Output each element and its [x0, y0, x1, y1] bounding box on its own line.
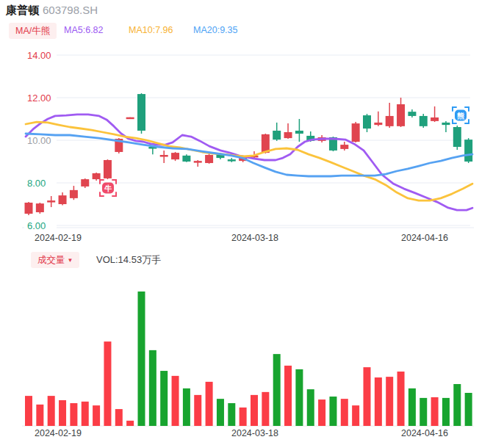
volume-bar	[318, 399, 325, 426]
volume-bar	[352, 405, 359, 426]
volume-bar	[262, 392, 269, 426]
volume-bar	[251, 395, 258, 426]
candle-body	[408, 112, 416, 116]
price-tick-label: 14.00	[27, 50, 51, 61]
candle-body	[420, 116, 428, 126]
marker-corner-bracket	[465, 107, 469, 111]
volume-bar	[138, 292, 145, 426]
volume-bar	[25, 396, 32, 426]
candle-body	[228, 159, 236, 162]
volume-chart-canvas[interactable]: 2024-02-192024-03-182024-04-16	[0, 272, 504, 445]
volume-bar	[442, 398, 450, 426]
candle-body	[93, 173, 101, 179]
candle-body	[182, 156, 190, 162]
volume-bar	[375, 377, 382, 426]
stock-name: 康普顿	[6, 4, 39, 18]
ma20-value: MA20:9.35	[193, 25, 237, 35]
volume-bar	[183, 388, 190, 426]
volume-bar	[273, 354, 281, 426]
price-date-labels: 2024-02-192024-03-182024-04-16	[35, 233, 448, 243]
marker-corner-bracket	[453, 120, 456, 123]
volume-bar	[126, 421, 134, 426]
price-gridlines	[22, 55, 474, 228]
candle-body	[374, 123, 382, 125]
date-label: 2024-03-18	[231, 428, 278, 438]
volume-bars	[25, 292, 472, 426]
marker-corner-bracket	[100, 192, 104, 196]
candle-body	[126, 117, 134, 120]
volume-bar	[408, 388, 416, 426]
ma5-line	[26, 115, 472, 210]
candle-body	[194, 161, 202, 163]
candle-body	[104, 160, 112, 178]
volume-bar	[160, 371, 168, 426]
volume-indicator-label: 成交量	[37, 255, 65, 265]
volume-bar	[115, 409, 123, 426]
candle-body	[171, 153, 179, 159]
volume-bar	[240, 408, 247, 426]
candle-body	[453, 127, 461, 147]
volume-bar	[93, 405, 100, 426]
stock-code: 603798.SH	[43, 4, 98, 16]
date-label: 2024-02-19	[35, 233, 82, 243]
volume-bar	[149, 350, 156, 426]
bull-marker[interactable]: 牛	[100, 180, 116, 196]
candle-body	[464, 140, 472, 162]
volume-bar	[48, 396, 55, 426]
candle-body	[397, 104, 405, 126]
candle-body	[137, 94, 145, 131]
ma-lines	[26, 115, 472, 210]
candle-body	[386, 116, 394, 126]
price-chart-canvas[interactable]: 14.0012.0010.008.006.002024-02-192024-03…	[0, 44, 504, 250]
ma-bullbear-toggle-button[interactable]: MA/牛熊	[9, 23, 57, 39]
candle-body	[363, 115, 371, 129]
volume-bar	[217, 399, 224, 426]
volume-bar	[341, 399, 348, 426]
price-tick-label: 10.00	[27, 135, 51, 146]
bull-char: 牛	[104, 184, 112, 192]
volume-bar	[36, 405, 43, 426]
volume-bar	[104, 341, 111, 426]
date-label: 2024-04-16	[401, 233, 448, 243]
volume-header-row: 成交量▼ VOL:14.53万手	[0, 250, 504, 269]
volume-bar	[386, 377, 393, 426]
candle-body	[205, 155, 213, 163]
volume-bar	[431, 397, 439, 426]
candle-body	[340, 145, 348, 149]
chevron-down-icon: ▼	[68, 257, 73, 264]
volume-bar	[453, 384, 461, 426]
candle-body	[47, 200, 55, 203]
candle-body	[70, 190, 78, 198]
candle-body	[273, 131, 281, 140]
title-row: 康普顿 603798.SH	[6, 4, 98, 18]
ma5-value: MA5:6.82	[64, 25, 104, 35]
ma-legend-row: MA/牛熊 MA5:6.82 MA10:7.96 MA20:9.35	[0, 23, 504, 40]
marker-corner-bracket	[465, 120, 469, 123]
bear-char: 熊	[457, 112, 464, 120]
volume-bar	[307, 389, 314, 426]
date-label: 2024-03-18	[231, 233, 278, 243]
volume-bar	[295, 369, 303, 426]
volume-bar	[206, 382, 213, 426]
price-tick-label: 12.00	[27, 93, 51, 104]
volume-bar	[465, 393, 472, 426]
volume-bar	[172, 376, 179, 426]
candle-body	[284, 132, 292, 138]
volume-bar	[284, 366, 292, 426]
volume-bar	[194, 395, 201, 426]
stock-chart-app: 康普顿 603798.SH MA/牛熊 MA5:6.82 MA10:7.96 M…	[0, 0, 504, 445]
candle-body	[352, 123, 360, 142]
bear-marker[interactable]: 熊	[453, 107, 469, 123]
price-tick-label: 8.00	[27, 178, 46, 189]
volume-bar	[228, 403, 235, 426]
candle-body	[442, 123, 450, 125]
date-label: 2024-02-19	[35, 428, 82, 438]
volume-bar	[70, 403, 77, 426]
candle-body	[59, 195, 67, 204]
candle-body	[81, 179, 89, 187]
volume-bar	[420, 398, 427, 426]
volume-bar	[329, 397, 336, 426]
volume-indicator-button[interactable]: 成交量▼	[31, 252, 79, 268]
volume-date-labels: 2024-02-192024-03-182024-04-16	[35, 428, 448, 438]
marker-corner-bracket	[453, 107, 456, 111]
